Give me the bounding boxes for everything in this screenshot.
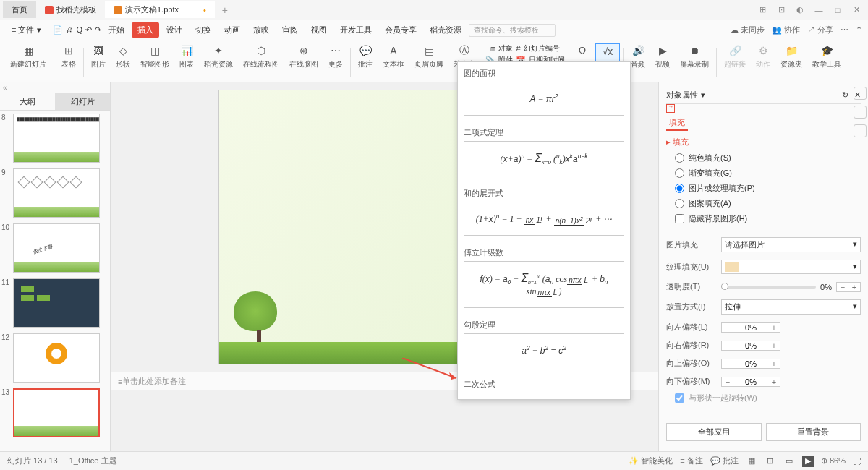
fill-category-icon[interactable] [666,104,675,113]
tab-template[interactable]: 找稻壳模板 [36,1,105,18]
formula-item[interactable]: (x+a)n = Σk=0 (nk)xkan−k [464,141,624,176]
user-icon[interactable]: ◐ [791,3,809,17]
tool-mindmap[interactable]: ⊛在线脑图 [285,43,323,69]
offset-right-spinner[interactable]: −+ [721,341,780,351]
tab-outline[interactable]: 大纲 [0,93,55,110]
offset-up-spinner[interactable]: −+ [721,359,780,369]
slide-thumbnail[interactable]: 8███████████████████████████████████████… [3,114,107,163]
slideshow-icon[interactable]: ▶ [802,456,814,467]
checkbox-rotate[interactable]: 与形状一起旋转(W) [666,390,861,406]
toolbar-quick-icon[interactable]: Q [77,25,83,35]
tab-slides[interactable]: 幻灯片 [55,93,110,110]
menu-review[interactable]: 审阅 [276,22,304,38]
toolbar-quick-icon[interactable]: 📄 [53,25,63,35]
offset-left-spinner[interactable]: −+ [721,322,780,333]
tool-shape[interactable]: ◇形状 [111,43,135,69]
tool-textbox[interactable]: A文本框 [378,43,409,69]
checkbox-hide-bg[interactable]: 隐藏背景图形(H) [666,211,861,226]
fit-icon[interactable]: ⛶ [853,457,861,466]
menu-start[interactable]: 开始 [103,22,130,38]
side-tool-icon[interactable] [854,87,867,100]
menu-insert[interactable]: 插入 [132,22,159,38]
view-normal-icon[interactable]: ▦ [746,456,757,467]
minimize-icon[interactable]: — [810,3,827,17]
formula-item[interactable]: a2 + b2 = c2 [464,333,624,367]
formula-item[interactable]: x = −b ± √(b2−4ac)2a [464,393,624,400]
maximize-icon[interactable]: □ [829,3,846,17]
tool-image[interactable]: 🖼图片 [87,43,110,69]
coop-button[interactable]: 👥 协作 [772,25,800,35]
menu-transition[interactable]: 切换 [190,22,217,38]
side-tool-icon[interactable] [854,124,867,137]
tool-screenrec[interactable]: ⏺屏幕录制 [676,43,713,69]
select-picture[interactable]: 请选择图片▾ [721,237,861,252]
formula-item[interactable]: f(x) = a0 + Σn=1∞ (an cosnπxL + bn sinnπ… [464,261,624,307]
toolbar-quick-icon[interactable]: 🖨 [66,25,74,35]
opacity-slider[interactable] [721,286,816,289]
opacity-spinner[interactable]: −+ [836,282,861,292]
tab-home[interactable]: 首页 [3,1,36,18]
menu-dev[interactable]: 开发工具 [334,22,378,38]
slide-thumbnail[interactable]: 10依次下册 [3,223,107,273]
collapse-icon[interactable]: « [0,82,110,93]
radio-pattern[interactable]: 图案填充(A) [666,196,861,211]
tab-add[interactable]: + [215,1,235,19]
menu-animation[interactable]: 动画 [218,22,246,38]
menu-view[interactable]: 视图 [305,22,333,38]
tool-hyperlink[interactable]: 🔗超链接 [720,43,750,69]
formula-item[interactable]: A = πr2 [464,82,624,116]
close-icon[interactable]: ✕ [848,3,865,17]
side-tool-icon[interactable] [854,106,867,119]
tool-video[interactable]: ▶视频 [651,43,674,69]
zoom-button[interactable]: ⊕ 86% [821,456,846,466]
menu-docer[interactable]: 稻壳资源 [424,22,467,38]
notes-button[interactable]: ≡ 备注 [680,456,702,466]
tool-comment[interactable]: 💬批注 [354,43,377,69]
more-icon[interactable]: ⋯ [841,25,848,35]
slide-thumbnail[interactable]: 13 [3,388,107,437]
grid-icon[interactable]: ⊞ [754,3,771,17]
share-button[interactable]: ↗ 分享 [807,25,833,35]
fill-tab[interactable]: 填充 [666,116,688,131]
formula-item[interactable]: (1+x)n = 1 + nx1! + n(n−1)x22! + ⋯ [464,202,624,236]
reset-bg-button[interactable]: 重置背景 [766,423,861,441]
tool-chart[interactable]: 📊图表 [175,43,198,69]
tool-table[interactable]: ⊞表格 [57,43,80,69]
refresh-icon[interactable]: ↻ [842,90,848,100]
tool-new-slide[interactable]: ▦新建幻灯片 [6,43,51,69]
tool-smartart[interactable]: ◫智能图形 [136,43,174,69]
add-slide-button[interactable]: + [3,443,107,451]
menu-design[interactable]: 设计 [161,22,188,38]
expand-icon[interactable]: ⌃ [856,25,862,35]
menu-member[interactable]: 会员专享 [379,22,422,38]
tool-resource[interactable]: 📁资源夹 [776,43,807,69]
tool-header-footer[interactable]: ▤页眉页脚 [410,43,448,69]
undo-icon[interactable]: ↶ [85,25,92,35]
comments-button[interactable]: 💬 批注 [710,456,739,466]
offset-down-spinner[interactable]: −+ [721,377,780,387]
tool-more[interactable]: ⋯更多 [324,43,347,69]
slide-thumbnail[interactable]: 11 [3,278,107,328]
sync-status[interactable]: ☁ 未同步 [731,25,765,35]
apply-all-button[interactable]: 全部应用 [666,423,762,441]
search-input[interactable]: 查找命令、搜索模板 [469,24,556,37]
redo-icon[interactable]: ↷ [95,25,101,35]
radio-gradient[interactable]: 渐变填充(G) [666,166,861,181]
tool-flowchart[interactable]: ⬡在线流程图 [239,43,284,69]
tool-action[interactable]: ⚙动作 [752,43,775,69]
apps-icon[interactable]: ⊡ [773,3,790,17]
radio-picture[interactable]: 图片或纹理填充(P) [666,181,861,196]
tool-docer[interactable]: ✦稻壳资源 [200,43,237,69]
view-sorter-icon[interactable]: ⊞ [765,456,776,467]
slide-thumbnail[interactable]: 9 [3,168,107,218]
select-placement[interactable]: 拉伸▾ [721,299,861,315]
tool-teaching[interactable]: 🎓教学工具 [808,43,846,69]
menu-slideshow[interactable]: 放映 [247,22,275,38]
slide-thumbnail[interactable]: 12 [3,333,107,383]
menu-file[interactable]: ≡ 文件 ▾ [6,22,47,38]
beautify-button[interactable]: ✨ 智能美化 [629,456,673,466]
select-texture[interactable]: ▾ [721,260,861,274]
radio-solid[interactable]: 纯色填充(S) [666,150,861,166]
view-reading-icon[interactable]: ▭ [783,456,795,467]
tab-document[interactable]: 演示文稿1.pptx• [105,1,215,18]
